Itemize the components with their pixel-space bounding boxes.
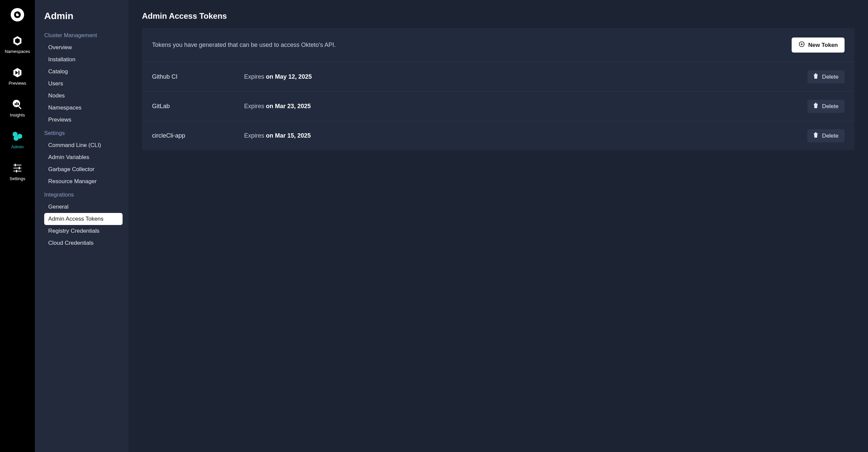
svg-rect-16 bbox=[13, 168, 22, 168]
sidebar-section-integrations: Integrations bbox=[35, 188, 129, 201]
svg-rect-20 bbox=[16, 170, 17, 172]
card-header: Tokens you have generated that can be us… bbox=[142, 28, 855, 62]
svg-rect-25 bbox=[815, 73, 816, 74]
rail-item-previews[interactable]: Previews bbox=[9, 67, 27, 86]
sidebar-item-previews[interactable]: Previews bbox=[35, 114, 129, 126]
sidebar-item-cloud-credentials[interactable]: Cloud Credentials bbox=[35, 237, 129, 249]
sidebar-item-cli[interactable]: Command Line (CLI) bbox=[35, 139, 129, 151]
sidebar-item-catalog[interactable]: Catalog bbox=[35, 66, 129, 78]
svg-rect-9 bbox=[17, 102, 18, 105]
delete-button[interactable]: Delete bbox=[807, 100, 844, 113]
token-row: GitLabExpires on Mar 23, 2025Delete bbox=[142, 92, 855, 121]
token-row: circleCli-appExpires on Mar 15, 2025Dele… bbox=[142, 121, 855, 150]
svg-rect-8 bbox=[15, 103, 16, 105]
sidebar-item-namespaces[interactable]: Namespaces bbox=[35, 102, 129, 114]
svg-rect-17 bbox=[13, 171, 22, 171]
okteto-logo[interactable] bbox=[11, 8, 24, 22]
rail-item-insights[interactable]: Insights bbox=[10, 99, 25, 118]
rail-label: Settings bbox=[10, 176, 26, 181]
sidebar-item-garbage-collector[interactable]: Garbage Collector bbox=[35, 163, 129, 175]
page-title: Admin Access Tokens bbox=[142, 11, 855, 21]
delete-button[interactable]: Delete bbox=[807, 70, 844, 84]
svg-point-2 bbox=[18, 13, 19, 14]
sidebar-item-admin-access-tokens[interactable]: Admin Access Tokens bbox=[44, 213, 123, 225]
sidebar-item-users[interactable]: Users bbox=[35, 78, 129, 90]
rail-label: Admin bbox=[11, 144, 24, 149]
svg-rect-11 bbox=[19, 106, 22, 109]
card-description: Tokens you have generated that can be us… bbox=[152, 41, 336, 49]
icon-rail: Namespaces Previews Insights Admin Setti… bbox=[0, 0, 35, 452]
rail-item-admin[interactable]: Admin bbox=[11, 131, 24, 149]
delete-label: Delete bbox=[822, 103, 839, 110]
insights-icon bbox=[12, 99, 23, 110]
namespaces-icon bbox=[12, 35, 23, 46]
token-name: Github CI bbox=[152, 73, 244, 80]
sidebar-section-cluster: Cluster Management bbox=[35, 28, 129, 41]
svg-rect-10 bbox=[18, 103, 19, 105]
svg-rect-15 bbox=[13, 165, 22, 165]
sidebar-item-admin-variables[interactable]: Admin Variables bbox=[35, 151, 129, 163]
sidebar-item-installation[interactable]: Installation bbox=[35, 54, 129, 66]
svg-rect-29 bbox=[815, 132, 816, 133]
token-name: circleCli-app bbox=[152, 132, 244, 139]
trash-icon bbox=[813, 73, 818, 80]
sidebar-item-nodes[interactable]: Nodes bbox=[35, 90, 129, 102]
sidebar-item-registry-credentials[interactable]: Registry Credentials bbox=[35, 225, 129, 237]
sidebar-item-general[interactable]: General bbox=[35, 201, 129, 213]
svg-rect-18 bbox=[15, 164, 16, 166]
svg-rect-27 bbox=[815, 103, 816, 104]
sidebar-item-overview[interactable]: Overview bbox=[35, 41, 129, 54]
rail-label: Previews bbox=[9, 81, 27, 86]
rail-item-namespaces[interactable]: Namespaces bbox=[5, 35, 30, 54]
rail-label: Insights bbox=[10, 112, 25, 118]
settings-icon bbox=[12, 163, 23, 173]
plus-circle-icon bbox=[798, 41, 805, 49]
sidebar: Admin Cluster Management Overview Instal… bbox=[35, 0, 129, 452]
token-row: Github CIExpires on May 12, 2025Delete bbox=[142, 62, 855, 92]
new-token-label: New Token bbox=[808, 42, 838, 49]
svg-rect-24 bbox=[814, 74, 818, 75]
svg-rect-26 bbox=[814, 104, 818, 104]
new-token-button[interactable]: New Token bbox=[792, 37, 844, 53]
delete-label: Delete bbox=[822, 133, 839, 139]
main-content: Admin Access Tokens Tokens you have gene… bbox=[129, 0, 868, 452]
delete-label: Delete bbox=[822, 74, 839, 80]
svg-rect-19 bbox=[19, 167, 20, 169]
token-expiry: Expires on Mar 15, 2025 bbox=[244, 132, 807, 139]
trash-icon bbox=[813, 103, 818, 110]
rail-item-settings[interactable]: Settings bbox=[10, 163, 26, 181]
sidebar-section-settings: Settings bbox=[35, 126, 129, 139]
delete-button[interactable]: Delete bbox=[807, 129, 844, 142]
sidebar-item-resource-manager[interactable]: Resource Manager bbox=[35, 175, 129, 188]
rail-label: Namespaces bbox=[5, 49, 30, 54]
svg-rect-28 bbox=[814, 133, 818, 134]
admin-icon bbox=[12, 131, 23, 141]
token-expiry: Expires on Mar 23, 2025 bbox=[244, 103, 807, 110]
previews-icon bbox=[12, 67, 23, 78]
tokens-card: Tokens you have generated that can be us… bbox=[142, 28, 855, 150]
token-name: GitLab bbox=[152, 103, 244, 110]
token-expiry: Expires on May 12, 2025 bbox=[244, 73, 807, 80]
sidebar-title: Admin bbox=[35, 11, 129, 28]
trash-icon bbox=[813, 132, 818, 139]
svg-rect-6 bbox=[19, 71, 20, 75]
